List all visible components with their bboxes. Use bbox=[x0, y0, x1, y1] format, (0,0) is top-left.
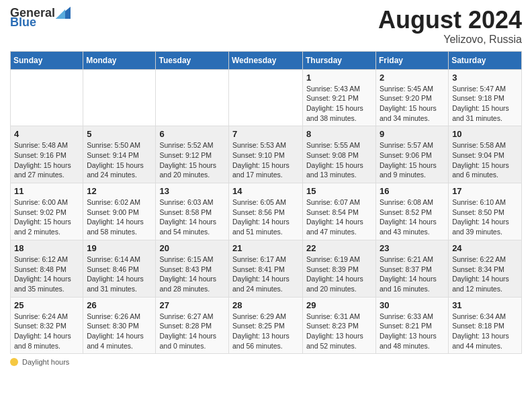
day-info: Sunrise: 6:08 AM Sunset: 8:52 PM Dayligh… bbox=[380, 197, 445, 237]
day-info: Sunrise: 6:10 AM Sunset: 8:50 PM Dayligh… bbox=[452, 197, 518, 237]
day-number: 13 bbox=[159, 186, 225, 196]
day-cell bbox=[156, 69, 229, 126]
day-number: 4 bbox=[14, 129, 79, 139]
day-cell: 10Sunrise: 5:58 AM Sunset: 9:04 PM Dayli… bbox=[449, 126, 522, 183]
day-cell bbox=[83, 69, 156, 126]
day-number: 1 bbox=[306, 73, 372, 83]
day-number: 24 bbox=[452, 243, 518, 253]
day-info: Sunrise: 5:45 AM Sunset: 9:20 PM Dayligh… bbox=[380, 84, 445, 124]
day-info: Sunrise: 6:00 AM Sunset: 9:02 PM Dayligh… bbox=[14, 197, 79, 237]
day-info: Sunrise: 5:58 AM Sunset: 9:04 PM Dayligh… bbox=[452, 140, 518, 180]
week-row-2: 4Sunrise: 5:48 AM Sunset: 9:16 PM Daylig… bbox=[11, 126, 522, 183]
day-cell: 30Sunrise: 6:33 AM Sunset: 8:21 PM Dayli… bbox=[376, 297, 449, 354]
day-info: Sunrise: 6:02 AM Sunset: 9:00 PM Dayligh… bbox=[87, 197, 152, 237]
day-cell: 1Sunrise: 5:43 AM Sunset: 9:21 PM Daylig… bbox=[303, 69, 376, 126]
logo-blue: Blue bbox=[10, 16, 36, 28]
calendar-location: Yelizovo, Russia bbox=[378, 34, 522, 46]
day-cell: 4Sunrise: 5:48 AM Sunset: 9:16 PM Daylig… bbox=[11, 126, 83, 183]
day-info: Sunrise: 6:27 AM Sunset: 8:28 PM Dayligh… bbox=[159, 312, 225, 351]
day-info: Sunrise: 6:24 AM Sunset: 8:32 PM Dayligh… bbox=[14, 312, 79, 351]
day-cell: 13Sunrise: 6:03 AM Sunset: 8:58 PM Dayli… bbox=[156, 183, 229, 240]
day-number: 12 bbox=[87, 186, 152, 196]
day-cell: 27Sunrise: 6:27 AM Sunset: 8:28 PM Dayli… bbox=[156, 297, 229, 354]
day-number: 11 bbox=[14, 186, 79, 196]
title-block: August 2024 Yelizovo, Russia bbox=[378, 7, 522, 46]
day-number: 9 bbox=[380, 129, 445, 139]
day-number: 29 bbox=[306, 300, 372, 310]
day-info: Sunrise: 5:50 AM Sunset: 9:14 PM Dayligh… bbox=[87, 140, 152, 180]
week-row-4: 18Sunrise: 6:12 AM Sunset: 8:48 PM Dayli… bbox=[11, 240, 522, 297]
day-cell: 23Sunrise: 6:21 AM Sunset: 8:37 PM Dayli… bbox=[376, 240, 449, 297]
day-cell: 21Sunrise: 6:17 AM Sunset: 8:41 PM Dayli… bbox=[229, 240, 303, 297]
svg-marker-1 bbox=[56, 9, 65, 19]
weekday-wednesday: Wednesday bbox=[229, 51, 303, 69]
calendar-table: SundayMondayTuesdayWednesdayThursdayFrid… bbox=[10, 51, 522, 355]
weekday-thursday: Thursday bbox=[303, 51, 376, 69]
day-cell: 25Sunrise: 6:24 AM Sunset: 8:32 PM Dayli… bbox=[11, 297, 83, 354]
weekday-saturday: Saturday bbox=[449, 51, 522, 69]
day-number: 22 bbox=[306, 243, 372, 253]
day-info: Sunrise: 6:07 AM Sunset: 8:54 PM Dayligh… bbox=[306, 197, 372, 237]
day-number: 16 bbox=[380, 186, 445, 196]
day-info: Sunrise: 6:34 AM Sunset: 8:18 PM Dayligh… bbox=[452, 312, 518, 351]
day-number: 21 bbox=[232, 243, 299, 253]
day-number: 2 bbox=[380, 73, 445, 83]
day-info: Sunrise: 6:15 AM Sunset: 8:43 PM Dayligh… bbox=[159, 255, 225, 294]
day-number: 19 bbox=[87, 243, 152, 253]
calendar-title: August 2024 bbox=[378, 7, 522, 34]
day-cell bbox=[11, 69, 83, 126]
day-number: 15 bbox=[306, 186, 372, 196]
day-info: Sunrise: 6:31 AM Sunset: 8:23 PM Dayligh… bbox=[306, 312, 372, 351]
day-info: Sunrise: 5:53 AM Sunset: 9:10 PM Dayligh… bbox=[232, 140, 299, 180]
day-cell: 29Sunrise: 6:31 AM Sunset: 8:23 PM Dayli… bbox=[303, 297, 376, 354]
day-number: 6 bbox=[159, 129, 225, 139]
day-info: Sunrise: 5:55 AM Sunset: 9:08 PM Dayligh… bbox=[306, 140, 372, 180]
day-number: 18 bbox=[14, 243, 79, 253]
day-cell: 7Sunrise: 5:53 AM Sunset: 9:10 PM Daylig… bbox=[229, 126, 303, 183]
day-number: 20 bbox=[159, 243, 225, 253]
day-cell: 20Sunrise: 6:15 AM Sunset: 8:43 PM Dayli… bbox=[156, 240, 229, 297]
day-number: 27 bbox=[159, 300, 225, 310]
day-cell: 19Sunrise: 6:14 AM Sunset: 8:46 PM Dayli… bbox=[83, 240, 156, 297]
day-info: Sunrise: 6:22 AM Sunset: 8:34 PM Dayligh… bbox=[452, 255, 518, 294]
day-cell: 6Sunrise: 5:52 AM Sunset: 9:12 PM Daylig… bbox=[156, 126, 229, 183]
weekday-sunday: Sunday bbox=[11, 51, 83, 69]
day-cell: 31Sunrise: 6:34 AM Sunset: 8:18 PM Dayli… bbox=[449, 297, 522, 354]
day-number: 8 bbox=[306, 129, 372, 139]
week-row-1: 1Sunrise: 5:43 AM Sunset: 9:21 PM Daylig… bbox=[11, 69, 522, 126]
day-cell: 5Sunrise: 5:50 AM Sunset: 9:14 PM Daylig… bbox=[83, 126, 156, 183]
day-cell: 18Sunrise: 6:12 AM Sunset: 8:48 PM Dayli… bbox=[11, 240, 83, 297]
day-number: 25 bbox=[14, 300, 79, 310]
day-info: Sunrise: 5:52 AM Sunset: 9:12 PM Dayligh… bbox=[159, 140, 225, 180]
day-cell: 28Sunrise: 6:29 AM Sunset: 8:25 PM Dayli… bbox=[229, 297, 303, 354]
logo: General Blue bbox=[10, 7, 71, 28]
daylight-dot bbox=[10, 358, 18, 366]
day-number: 26 bbox=[87, 300, 152, 310]
day-info: Sunrise: 6:26 AM Sunset: 8:30 PM Dayligh… bbox=[87, 312, 152, 351]
day-cell: 11Sunrise: 6:00 AM Sunset: 9:02 PM Dayli… bbox=[11, 183, 83, 240]
day-number: 7 bbox=[232, 129, 299, 139]
day-info: Sunrise: 6:03 AM Sunset: 8:58 PM Dayligh… bbox=[159, 197, 225, 237]
day-cell: 16Sunrise: 6:08 AM Sunset: 8:52 PM Dayli… bbox=[376, 183, 449, 240]
day-number: 3 bbox=[452, 73, 518, 83]
day-info: Sunrise: 6:21 AM Sunset: 8:37 PM Dayligh… bbox=[380, 255, 445, 294]
day-number: 5 bbox=[87, 129, 152, 139]
weekday-friday: Friday bbox=[376, 51, 449, 69]
daylight-label: Daylight hours bbox=[22, 358, 69, 366]
day-number: 10 bbox=[452, 129, 518, 139]
day-number: 14 bbox=[232, 186, 299, 196]
day-cell: 2Sunrise: 5:45 AM Sunset: 9:20 PM Daylig… bbox=[376, 69, 449, 126]
footer-note: Daylight hours bbox=[10, 358, 522, 366]
weekday-header-row: SundayMondayTuesdayWednesdayThursdayFrid… bbox=[11, 51, 522, 69]
page-header: General Blue August 2024 Yelizovo, Russi… bbox=[10, 7, 522, 46]
day-cell: 12Sunrise: 6:02 AM Sunset: 9:00 PM Dayli… bbox=[83, 183, 156, 240]
logo-icon bbox=[56, 7, 71, 19]
day-cell: 8Sunrise: 5:55 AM Sunset: 9:08 PM Daylig… bbox=[303, 126, 376, 183]
day-info: Sunrise: 6:14 AM Sunset: 8:46 PM Dayligh… bbox=[87, 255, 152, 294]
day-info: Sunrise: 6:05 AM Sunset: 8:56 PM Dayligh… bbox=[232, 197, 299, 237]
day-info: Sunrise: 5:57 AM Sunset: 9:06 PM Dayligh… bbox=[380, 140, 445, 180]
day-cell: 17Sunrise: 6:10 AM Sunset: 8:50 PM Dayli… bbox=[449, 183, 522, 240]
day-cell: 14Sunrise: 6:05 AM Sunset: 8:56 PM Dayli… bbox=[229, 183, 303, 240]
day-cell: 22Sunrise: 6:19 AM Sunset: 8:39 PM Dayli… bbox=[303, 240, 376, 297]
day-cell: 15Sunrise: 6:07 AM Sunset: 8:54 PM Dayli… bbox=[303, 183, 376, 240]
